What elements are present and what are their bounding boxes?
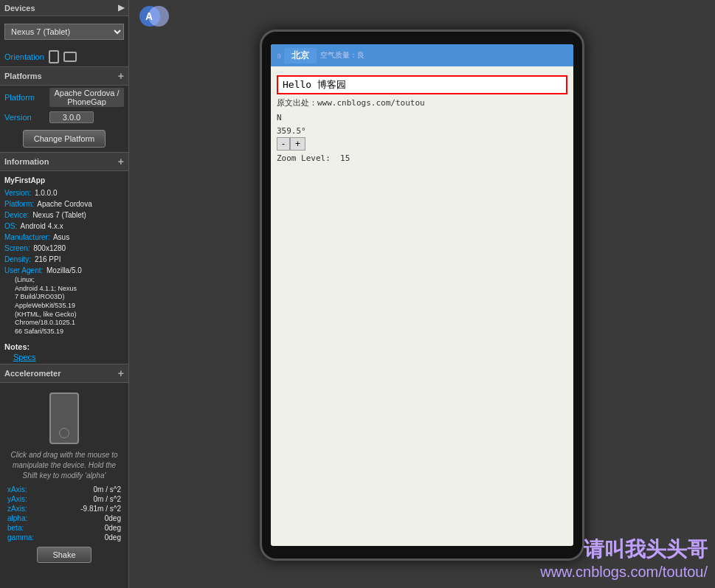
orientation-label: Orientation <box>4 52 44 61</box>
info-screen-val: 800x1280 <box>31 243 66 254</box>
watermark-line2: www.cnblogs.com/toutou/ <box>540 564 708 581</box>
device-3d-icon[interactable] <box>49 392 79 444</box>
accel-zaxis: zAxis: -9.81m / s^2 <box>4 504 124 513</box>
accel-xaxis: xAxis: 0m / s^2 <box>4 485 124 494</box>
info-platform-key: Platform: <box>4 198 34 210</box>
devices-body: Nexus 7 (Tablet) <box>0 16 128 47</box>
devices-header: Devices ▶ <box>0 0 128 16</box>
info-os-val: Android 4.x.x <box>18 221 63 232</box>
info-manufacturer: Manufacturer: Asus <box>4 232 124 243</box>
info-useragent: User Agent: Mozilla/5.0 <box>4 265 124 276</box>
info-manufacturer-val: Asus <box>52 232 69 243</box>
platforms-label: Platforms <box>4 72 42 80</box>
logo-icon: A <box>137 3 173 29</box>
platforms-header: Platforms + <box>0 66 128 86</box>
info-density-key: Density: <box>4 254 31 265</box>
specs-link[interactable]: Specs <box>4 353 124 362</box>
device-3d-wrapper[interactable] <box>4 392 124 444</box>
accelerometer-plus-icon[interactable]: + <box>118 367 124 379</box>
watermark: 请叫我头头哥 www.cnblogs.com/toutou/ <box>540 536 708 581</box>
accel-gamma-key: gamma: <box>7 533 34 542</box>
accel-xaxis-key: xAxis: <box>7 485 27 494</box>
accel-beta-key: beta: <box>7 524 24 532</box>
accel-yaxis-val: 0m / s^2 <box>94 495 121 503</box>
info-device-key: Device: <box>4 210 29 221</box>
accel-yaxis-key: yAxis: <box>7 495 27 503</box>
shake-button[interactable]: Shake <box>37 547 91 563</box>
user-agent-detail: (Linux;Android 4.1.1; Nexus7 Build/JRO03… <box>4 276 124 336</box>
compass-minus-button[interactable]: - <box>277 137 290 151</box>
portrait-orientation-icon[interactable] <box>49 50 59 63</box>
accel-hint: Click and drag with the mouse to manipul… <box>4 450 124 481</box>
accel-gamma: gamma: 0deg <box>4 533 124 542</box>
info-version-key: Version: <box>4 187 31 198</box>
compass-buttons: - + <box>277 137 567 151</box>
info-screen-key: Screen: <box>4 243 30 254</box>
info-useragent-val: Mozilla/5.0 <box>44 265 82 276</box>
tablet-frame: a 北京 空气质量：良 Hello 博客园 原文出处：www.cnblogs.c… <box>260 30 584 561</box>
app-compass: N 359.5° - + Zoom Level: 15 <box>277 111 567 165</box>
accel-alpha: alpha: 0deg <box>4 513 124 523</box>
compass-n: N <box>277 111 567 125</box>
app-topbar: a 北京 空气质量：良 <box>271 44 573 66</box>
info-device-val: Nexus 7 (Tablet) <box>30 210 86 221</box>
left-panel: Devices ▶ Nexus 7 (Tablet) Orientation P… <box>0 0 129 588</box>
version-row: Version 3.0.0 <box>0 109 128 125</box>
accel-gamma-val: 0deg <box>105 533 121 542</box>
accelerometer-body: Click and drag with the mouse to manipul… <box>0 383 128 571</box>
accel-beta-val: 0deg <box>105 524 121 532</box>
orientation-row: Orientation <box>0 47 128 66</box>
app-body: Hello 博客园 原文出处：www.cnblogs.com/toutou N … <box>271 66 573 174</box>
information-label: Information <box>4 157 49 166</box>
accel-alpha-val: 0deg <box>105 514 121 522</box>
platform-key: Platform <box>4 93 45 102</box>
app-topbar-prefix: a <box>277 52 281 60</box>
app-topbar-title: 北京 <box>284 48 317 63</box>
compass-plus-button[interactable]: + <box>290 137 305 151</box>
info-device: Device: Nexus 7 (Tablet) <box>4 210 124 221</box>
information-body: MyFirstApp Version: 1.0.0.0 Platform: Ap… <box>0 171 128 340</box>
zoom-label-text: Zoom Level: <box>277 153 340 163</box>
platform-row: Platform Apache Cordova / PhoneGap <box>0 86 128 109</box>
watermark-line1: 请叫我头头哥 <box>540 536 708 564</box>
main-area: A a 北京 空气质量：良 Hello 博客园 原文出处：www.cnblogs… <box>129 0 715 588</box>
information-header: Information + <box>0 152 128 171</box>
logo-area: A <box>137 3 173 30</box>
notes-label: Notes: <box>4 342 30 351</box>
accelerometer-header: Accelerometer + <box>0 364 128 383</box>
svg-text:A: A <box>145 10 153 22</box>
compass-deg: 359.5° <box>277 125 567 138</box>
info-platform: Platform: Apache Cordova <box>4 198 124 210</box>
accel-beta: beta: 0deg <box>4 523 124 533</box>
accelerometer-label: Accelerometer <box>4 369 61 378</box>
device-select[interactable]: Nexus 7 (Tablet) <box>4 24 124 40</box>
platforms-plus-icon[interactable]: + <box>118 70 124 82</box>
info-platform-val: Apache Cordova <box>35 198 92 210</box>
info-density-val: 216 PPI <box>32 254 61 265</box>
info-version-val: 1.0.0.0 <box>32 187 57 198</box>
info-os-key: OS: <box>4 221 17 232</box>
info-screen: Screen: 800x1280 <box>4 243 124 254</box>
app-name: MyFirstApp <box>4 175 124 186</box>
platform-val: Apache Cordova / PhoneGap <box>49 88 124 107</box>
notes-section: Notes: Specs <box>0 340 128 364</box>
accel-zaxis-val: -9.81m / s^2 <box>80 505 121 513</box>
devices-label: Devices <box>4 4 35 13</box>
info-useragent-key: User Agent: <box>4 265 43 276</box>
zoom-level: Zoom Level: 15 <box>277 152 567 165</box>
version-val: 3.0.0 <box>49 111 94 123</box>
info-os: OS: Android 4.x.x <box>4 221 124 232</box>
information-plus-icon[interactable]: + <box>118 156 124 167</box>
change-platform-button[interactable]: Change Platform <box>23 130 106 148</box>
landscape-orientation-icon[interactable] <box>63 52 77 62</box>
app-content: a 北京 空气质量：良 Hello 博客园 原文出处：www.cnblogs.c… <box>271 44 573 546</box>
accel-yaxis: yAxis: 0m / s^2 <box>4 494 124 504</box>
devices-arrow-icon: ▶ <box>118 3 124 13</box>
info-density: Density: 216 PPI <box>4 254 124 265</box>
accel-xaxis-val: 0m / s^2 <box>94 485 121 494</box>
info-version: Version: 1.0.0.0 <box>4 187 124 198</box>
zoom-val-text: 15 <box>340 153 350 163</box>
accel-zaxis-key: zAxis: <box>7 505 27 513</box>
app-topbar-hint: 空气质量：良 <box>320 50 365 60</box>
info-manufacturer-key: Manufacturer: <box>4 232 50 243</box>
